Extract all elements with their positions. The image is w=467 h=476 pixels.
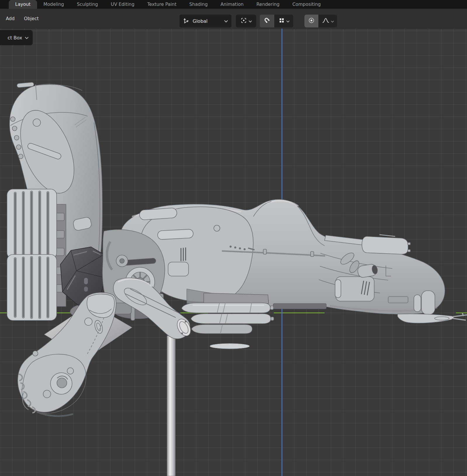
tab-rendering[interactable]: Rendering xyxy=(250,0,286,9)
viewport-canvas[interactable] xyxy=(0,29,467,476)
snap-increments-icon xyxy=(279,18,285,25)
tab-layout[interactable]: Layout xyxy=(9,0,37,9)
tab-modeling[interactable]: Modeling xyxy=(37,0,71,9)
chevron-down-icon xyxy=(286,18,290,24)
chevron-down-icon xyxy=(224,18,228,24)
snap-mode-dropdown[interactable] xyxy=(275,15,293,27)
proportional-editing-controls xyxy=(304,15,337,27)
pivot-point-dropdown[interactable] xyxy=(236,15,256,27)
menu-add[interactable]: Add xyxy=(1,16,19,21)
falloff-curve-icon xyxy=(322,17,330,25)
viewport-header: Add Object Global xyxy=(0,9,467,29)
orientation-gizmo-icon xyxy=(183,17,190,25)
proportional-radius-icon xyxy=(308,17,315,25)
tab-uv-editing[interactable]: UV Editing xyxy=(104,0,141,9)
main-hull xyxy=(121,199,445,315)
tab-sculpting[interactable]: Sculpting xyxy=(70,0,104,9)
menu-object[interactable]: Object xyxy=(19,16,43,21)
magnet-icon xyxy=(264,17,271,25)
transform-orientation-dropdown[interactable]: Global xyxy=(180,15,231,27)
falloff-dropdown[interactable] xyxy=(319,15,337,27)
chevron-down-icon xyxy=(331,18,334,24)
spaceship-model xyxy=(7,82,467,476)
tab-texture-paint[interactable]: Texture Paint xyxy=(141,0,183,9)
exhaust-bellows xyxy=(7,189,66,320)
snap-toggle-button[interactable] xyxy=(260,15,274,27)
workspace-tab-bar: Layout Modeling Sculpting UV Editing Tex… xyxy=(0,0,467,9)
hover-disc xyxy=(210,344,250,349)
nose-antenna xyxy=(453,313,467,320)
stand-pole xyxy=(167,336,175,476)
tab-shading[interactable]: Shading xyxy=(183,0,214,9)
tab-animation[interactable]: Animation xyxy=(214,0,250,9)
nose-jaw xyxy=(398,313,467,323)
pivot-center-icon xyxy=(241,17,247,25)
proportional-editing-toggle[interactable] xyxy=(304,15,318,27)
tab-compositing[interactable]: Compositing xyxy=(286,0,327,9)
transform-orientation-value: Global xyxy=(193,18,221,24)
viewport-menus: Add Object xyxy=(1,9,43,29)
snapping-controls xyxy=(260,15,293,27)
chevron-down-icon xyxy=(249,18,252,24)
3d-viewport[interactable]: ct Box xyxy=(0,29,467,476)
